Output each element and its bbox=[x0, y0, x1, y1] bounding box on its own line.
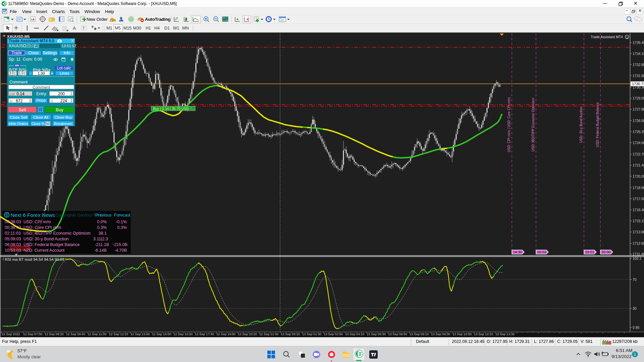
svg-text:13 Sep 09:30: 13 Sep 09:30 bbox=[431, 332, 450, 336]
svg-text:A: A bbox=[73, 25, 76, 31]
svg-text:13 Sep 04:10: 13 Sep 04:10 bbox=[345, 332, 364, 336]
svg-text:1732.85: 1732.85 bbox=[633, 63, 644, 67]
svg-text:13 Sep 12:10: 13 Sep 12:10 bbox=[474, 332, 493, 336]
svg-text:00:38:03: 00:38:03 bbox=[5, 220, 21, 224]
svg-text:06:08:03: 06:08:03 bbox=[5, 242, 21, 247]
svg-text:Forecast: Forecast bbox=[114, 213, 130, 218]
svg-text:19:01: 19:01 bbox=[585, 250, 594, 254]
svg-text:H1: H1 bbox=[146, 26, 151, 31]
svg-text:#9: #9 bbox=[2, 43, 5, 47]
svg-text:1729.05: 1729.05 bbox=[633, 96, 644, 100]
svg-text:1730.72: 1730.72 bbox=[632, 82, 644, 86]
svg-text:1722.70: 1722.70 bbox=[633, 152, 644, 156]
svg-text:E: E bbox=[57, 29, 59, 32]
svg-text:USD: 30-y Bond Auction: USD: 30-y Bond Auction bbox=[579, 107, 583, 143]
svg-text:13 Sep 00:10: 13 Sep 00:10 bbox=[281, 332, 300, 336]
svg-text:1717.65: 1717.65 bbox=[633, 197, 644, 201]
svg-text:-4.70B: -4.70B bbox=[114, 248, 127, 253]
svg-text:1725.25: 1725.25 bbox=[633, 130, 644, 134]
svg-text:12 Sep 13:40: 12 Sep 13:40 bbox=[130, 332, 150, 336]
svg-text:12 Sep 17:40: 12 Sep 17:40 bbox=[195, 332, 214, 336]
svg-text:0.3%: 0.3% bbox=[117, 225, 127, 230]
svg-text:USD: IBD/TIPP Economic Optimis: USD: IBD/TIPP Economic Optimism bbox=[531, 98, 535, 152]
svg-text:1731.60: 1731.60 bbox=[633, 74, 644, 78]
svg-text:H4: H4 bbox=[154, 26, 160, 31]
svg-text:20:00: 20:00 bbox=[601, 250, 611, 254]
svg-text:102.1: 102.1 bbox=[633, 256, 641, 260]
svg-text:13 Sep 08:10: 13 Sep 08:10 bbox=[410, 332, 429, 336]
svg-text:M15: M15 bbox=[123, 26, 131, 31]
svg-text:USD: Federal Budget Balance: USD: Federal Budget Balance bbox=[23, 242, 80, 247]
svg-text:Trade Assistant MT4: Trade Assistant MT4 bbox=[591, 35, 623, 39]
svg-text:1716.40: 1716.40 bbox=[633, 208, 644, 212]
svg-text:13 Sep 05:30: 13 Sep 05:30 bbox=[367, 332, 386, 336]
svg-text:1735.40: 1735.40 bbox=[633, 41, 644, 45]
svg-text:14:30: 14:30 bbox=[513, 250, 522, 254]
svg-text:12 Sep 12:20: 12 Sep 12:20 bbox=[109, 332, 128, 336]
svg-text:-6.14B: -6.14B bbox=[94, 248, 107, 253]
svg-text:USD: CPI m/m: USD: CPI m/m bbox=[23, 220, 51, 224]
svg-text:USD: 30-y Bond Auction: USD: 30-y Bond Auction bbox=[23, 237, 69, 241]
svg-text:-0.1%: -0.1% bbox=[116, 220, 127, 224]
svg-text:D1: D1 bbox=[164, 26, 170, 31]
svg-text:02:11:03: 02:11:03 bbox=[5, 231, 21, 236]
svg-text:16:03: 16:03 bbox=[537, 250, 546, 254]
svg-text:F: F bbox=[67, 29, 68, 32]
svg-text:Previous: Previous bbox=[95, 213, 112, 218]
svg-text:1718.90: 1718.90 bbox=[633, 186, 644, 190]
svg-text:New Order: New Order bbox=[87, 17, 108, 22]
svg-text:13 Sep 01:30: 13 Sep 01:30 bbox=[302, 332, 321, 336]
svg-text:MN: MN bbox=[182, 26, 189, 31]
svg-text:M5: M5 bbox=[115, 26, 120, 31]
svg-text:M30: M30 bbox=[133, 26, 141, 31]
svg-text:13 Sep 02:50: 13 Sep 02:50 bbox=[324, 332, 343, 336]
svg-text:-215.0B: -215.0B bbox=[113, 242, 127, 247]
svg-text:AutoTrading: AutoTrading bbox=[145, 17, 171, 22]
svg-text:12 Sep 07:00: 12 Sep 07:00 bbox=[23, 332, 42, 336]
svg-text:...: ... bbox=[192, 107, 195, 110]
svg-text:#9: #9 bbox=[2, 101, 5, 104]
svg-text:13 Sep 10:50: 13 Sep 10:50 bbox=[452, 332, 472, 336]
svg-text:USD: Federal Budget Balance: USD: Federal Budget Balance bbox=[596, 102, 599, 147]
svg-text:W1: W1 bbox=[173, 26, 179, 31]
svg-text:05:09:03: 05:09:03 bbox=[5, 237, 21, 241]
svg-text:1715.15: 1715.15 bbox=[633, 219, 644, 223]
svg-text:Next 6 Forex News: Next 6 Forex News bbox=[11, 212, 55, 218]
svg-text:12 Sep 16:20: 12 Sep 16:20 bbox=[173, 332, 193, 336]
svg-text:12 Sep 15:00: 12 Sep 15:00 bbox=[152, 332, 171, 336]
svg-text:12 Sep 20:20: 12 Sep 20:20 bbox=[238, 332, 257, 336]
svg-text:-211.1B: -211.1B bbox=[95, 242, 109, 247]
svg-text:USD: IBD/TIPP Economic Optimis: USD: IBD/TIPP Economic Optimism bbox=[23, 231, 91, 236]
svg-text:0.0%: 0.0% bbox=[97, 220, 107, 224]
svg-text:NZD: Current Account: NZD: Current Account bbox=[23, 248, 65, 253]
svg-text:1721.45: 1721.45 bbox=[633, 163, 644, 167]
svg-text:38.1: 38.1 bbox=[99, 231, 107, 236]
svg-text:USD: Core CPI m/m: USD: Core CPI m/m bbox=[23, 225, 61, 230]
svg-text:0.95: 0.95 bbox=[633, 325, 640, 329]
svg-text:70: 70 bbox=[633, 278, 637, 282]
svg-text:1734.10: 1734.10 bbox=[633, 52, 644, 56]
svg-text:30: 30 bbox=[633, 306, 637, 310]
svg-text:1712.65: 1712.65 bbox=[633, 241, 644, 245]
svg-text:M1: M1 bbox=[106, 26, 112, 31]
svg-text:13 Sep 13:30: 13 Sep 13:30 bbox=[495, 332, 515, 336]
svg-text:10:53:03: 10:53:03 bbox=[5, 248, 21, 253]
svg-text:1720.20: 1720.20 bbox=[633, 174, 644, 178]
svg-text:1726.50: 1726.50 bbox=[633, 119, 644, 123]
svg-text:12 Sep 2022: 12 Sep 2022 bbox=[2, 332, 20, 336]
svg-text:USD: CPI m/m | USD: Core CPI m: USD: CPI m/m | USD: Core CPI m/m bbox=[507, 97, 511, 152]
svg-text:0.3%: 0.3% bbox=[97, 225, 107, 230]
svg-text:1724.00: 1724.00 bbox=[633, 141, 644, 145]
svg-text:! RSI ma BT mod 94.54 94.54 90: ! RSI ma BT mod 94.54 94.54 90.01 bbox=[3, 257, 64, 261]
svg-text:12 Sep 21:40: 12 Sep 21:40 bbox=[259, 332, 278, 336]
svg-text:3.11|2.3: 3.11|2.3 bbox=[93, 237, 108, 241]
svg-text:12 Sep 08:20: 12 Sep 08:20 bbox=[45, 332, 64, 336]
svg-text:13 Sep 06:50: 13 Sep 06:50 bbox=[388, 332, 407, 336]
svg-text:T: T bbox=[83, 26, 85, 30]
svg-text:00:38:03: 00:38:03 bbox=[5, 225, 21, 230]
svg-text:1713.90: 1713.90 bbox=[633, 230, 644, 234]
svg-text:12 Sep 19:00: 12 Sep 19:00 bbox=[216, 332, 235, 336]
svg-text:12 Sep 09:40: 12 Sep 09:40 bbox=[66, 332, 85, 336]
svg-text:1727.80: 1727.80 bbox=[633, 107, 644, 111]
svg-text:Buy | 0.14 | 35.70 USD: Buy | 0.14 | 35.70 USD bbox=[153, 107, 189, 111]
